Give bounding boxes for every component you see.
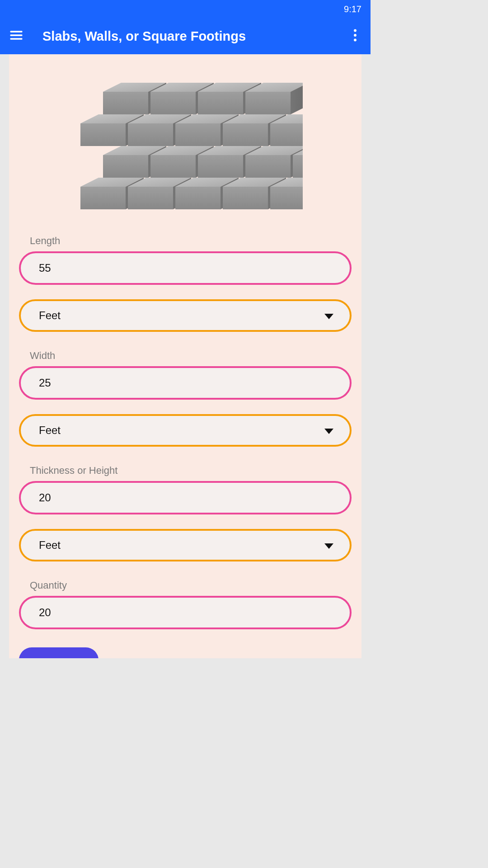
app-bar: Slabs, Walls, or Square Footings	[0, 18, 371, 54]
width-unit-value: Feet	[39, 424, 61, 437]
svg-marker-65	[324, 543, 333, 549]
calculate-button[interactable]: Calculate	[19, 647, 99, 658]
thickness-unit-value: Feet	[39, 539, 61, 552]
svg-marker-63	[324, 314, 333, 319]
hero-image	[19, 59, 352, 235]
svg-marker-55	[175, 187, 221, 209]
width-unit-select[interactable]: Feet	[19, 414, 352, 447]
svg-marker-28	[223, 123, 268, 146]
svg-marker-37	[150, 155, 196, 178]
svg-point-3	[354, 29, 357, 32]
quantity-label: Quantity	[30, 580, 352, 591]
svg-marker-25	[175, 123, 221, 146]
svg-marker-22	[128, 123, 173, 146]
width-label: Width	[30, 350, 352, 362]
thickness-input[interactable]	[19, 481, 352, 514]
svg-marker-58	[223, 187, 268, 209]
content-area: Length Feet Width Feet Thickness or Heig…	[9, 54, 361, 658]
svg-marker-49	[80, 187, 126, 209]
svg-marker-10	[150, 92, 196, 114]
page-title: Slabs, Walls, or Square Footings	[42, 29, 349, 44]
length-label: Length	[30, 235, 352, 247]
quantity-input[interactable]	[19, 596, 352, 629]
svg-marker-19	[80, 123, 126, 146]
clock: 9:17	[344, 4, 361, 14]
svg-marker-64	[324, 429, 333, 434]
thickness-label: Thickness or Height	[30, 465, 352, 476]
svg-point-4	[354, 34, 357, 37]
svg-marker-34	[103, 155, 148, 178]
menu-icon[interactable]	[9, 28, 23, 44]
svg-marker-16	[245, 92, 291, 114]
svg-marker-7	[103, 92, 148, 114]
chevron-down-icon	[324, 539, 333, 552]
length-unit-value: Feet	[39, 309, 61, 322]
svg-marker-52	[128, 187, 173, 209]
more-icon[interactable]	[349, 29, 361, 43]
svg-marker-13	[198, 92, 243, 114]
svg-marker-43	[245, 155, 291, 178]
chevron-down-icon	[324, 424, 333, 437]
length-unit-select[interactable]: Feet	[19, 299, 352, 332]
chevron-down-icon	[324, 309, 333, 322]
svg-marker-31	[270, 123, 303, 146]
svg-marker-40	[198, 155, 243, 178]
thickness-unit-select[interactable]: Feet	[19, 529, 352, 561]
width-input[interactable]	[19, 366, 352, 400]
length-input[interactable]	[19, 251, 352, 285]
svg-marker-46	[293, 155, 303, 178]
status-bar: 9:17	[0, 0, 371, 18]
svg-point-5	[354, 39, 357, 42]
svg-marker-61	[270, 187, 303, 209]
